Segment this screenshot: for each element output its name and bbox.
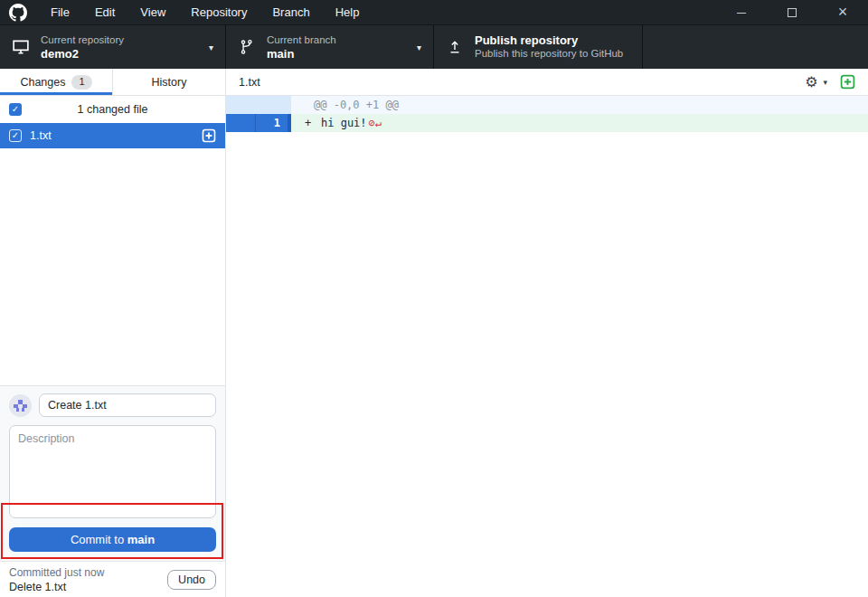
minimize-button[interactable]: ─ — [716, 0, 767, 24]
undo-bar: Committed just now Delete 1.txt Undo — [0, 561, 225, 597]
menu-edit[interactable]: Edit — [82, 0, 127, 24]
tab-history[interactable]: History — [112, 69, 225, 95]
diff-added-icon — [840, 74, 855, 90]
current-branch-button[interactable]: Current branch main ▾ — [226, 25, 434, 69]
title-bar: File Edit View Repository Branch Help ─ … — [0, 0, 868, 25]
tab-changes-label: Changes — [20, 76, 65, 89]
new-line-number: 1 — [256, 114, 288, 132]
changed-files-header: ✓ 1 changed file — [0, 96, 225, 123]
upload-icon — [445, 39, 465, 55]
diff-plus-sign: + — [305, 114, 321, 132]
tab-history-label: History — [152, 76, 187, 89]
publish-repository-button[interactable]: Publish repository Publish this reposito… — [434, 25, 643, 69]
check-icon: ✓ — [12, 131, 19, 140]
file-added-status-icon — [202, 128, 216, 143]
old-line-number — [226, 114, 256, 132]
close-icon: × — [838, 3, 848, 22]
commit-button-branch: main — [127, 533, 155, 546]
diff-pane: 1.txt ⚙ ▾ @@ -0,0 +1 @@ 1 +hi gui — [226, 69, 868, 597]
diff-file-name: 1.txt — [239, 76, 260, 89]
no-newline-icon: ⊘↵ — [369, 117, 382, 129]
toolbar: Current repository demo2 ▾ Current branc… — [0, 25, 868, 69]
gear-icon[interactable]: ⚙ — [805, 73, 817, 90]
diff-added-line[interactable]: 1 +hi gui!⊘↵ — [226, 114, 868, 132]
current-repository-button[interactable]: Current repository demo2 ▾ — [0, 25, 226, 69]
menu-branch[interactable]: Branch — [259, 0, 322, 24]
tab-changes[interactable]: Changes 1 — [0, 69, 112, 95]
repository-dropdown-caret-icon: ▾ — [209, 43, 213, 52]
sidebar-tabs: Changes 1 History — [0, 69, 225, 96]
changes-count-badge: 1 — [71, 75, 91, 90]
changed-files-summary: 1 changed file — [0, 103, 225, 116]
committed-status-text: Committed just now — [9, 565, 167, 580]
publish-repository-title: Publish repository — [475, 33, 623, 47]
menu-repository[interactable]: Repository — [178, 0, 259, 24]
diff-hunk-header: @@ -0,0 +1 @@ — [291, 96, 868, 114]
current-repository-name: demo2 — [41, 47, 124, 61]
diff-line-gutter[interactable]: 1 — [226, 114, 291, 132]
commit-button-prefix: Commit to — [71, 533, 127, 546]
current-repository-label: Current repository — [41, 33, 124, 47]
maximize-button[interactable] — [767, 0, 817, 24]
content-area: Changes 1 History ✓ 1 changed file ✓ 1.t… — [0, 69, 868, 597]
commit-description-input[interactable] — [9, 425, 216, 518]
file-checkbox[interactable]: ✓ — [9, 129, 22, 142]
diff-empty-space — [226, 132, 868, 597]
file-row-1txt[interactable]: ✓ 1.txt — [0, 123, 225, 148]
undo-button[interactable]: Undo — [167, 570, 216, 590]
git-branch-icon — [237, 39, 257, 55]
current-branch-label: Current branch — [267, 33, 336, 47]
diff-line-text: hi gui! — [321, 117, 367, 129]
commit-form: Commit to main — [0, 385, 225, 561]
menu-view[interactable]: View — [127, 0, 178, 24]
diff-header: 1.txt ⚙ ▾ — [226, 69, 868, 96]
check-icon: ✓ — [12, 105, 19, 114]
user-avatar — [9, 394, 32, 417]
diff-hunk-row[interactable]: @@ -0,0 +1 @@ — [226, 96, 868, 114]
menu-bar: File Edit View Repository Branch Help — [38, 0, 372, 24]
github-desktop-window: File Edit View Repository Branch Help ─ … — [0, 0, 868, 597]
maximize-icon — [788, 8, 797, 17]
last-commit-message: Delete 1.txt — [9, 580, 167, 594]
publish-repository-subtitle: Publish this repository to GitHub — [475, 47, 623, 61]
diff-line-content: +hi gui!⊘↵ — [291, 114, 868, 132]
close-button[interactable]: × — [817, 0, 868, 24]
monitor-icon — [11, 38, 31, 56]
window-controls: ─ × — [716, 0, 868, 24]
gear-dropdown-caret-icon[interactable]: ▾ — [823, 78, 827, 87]
file-name: 1.txt — [30, 129, 52, 142]
current-branch-name: main — [267, 47, 336, 61]
minimize-icon: ─ — [737, 5, 746, 20]
file-list-empty-space — [0, 148, 225, 385]
branch-dropdown-caret-icon: ▾ — [417, 43, 421, 52]
menu-file[interactable]: File — [38, 0, 82, 24]
changes-sidebar: Changes 1 History ✓ 1 changed file ✓ 1.t… — [0, 69, 226, 597]
github-logo-icon — [9, 4, 27, 22]
commit-summary-input[interactable] — [39, 393, 216, 417]
commit-to-main-button[interactable]: Commit to main — [9, 527, 216, 552]
diff-hunk-gutter — [226, 96, 291, 114]
menu-help[interactable]: Help — [323, 0, 373, 24]
select-all-checkbox[interactable]: ✓ — [9, 103, 22, 116]
